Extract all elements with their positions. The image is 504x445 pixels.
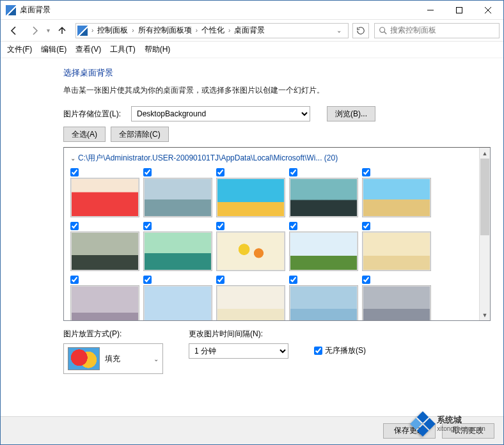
wallpaper-checkbox[interactable] bbox=[143, 222, 152, 230]
wallpaper-checkbox[interactable] bbox=[70, 222, 79, 230]
page-subtitle: 单击某一张图片使其成为你的桌面背景，或选择多张图片以创建一个幻灯片。 bbox=[63, 85, 491, 96]
minimize-button[interactable] bbox=[416, 1, 445, 19]
scroll-track[interactable] bbox=[480, 159, 490, 309]
collapse-icon[interactable]: ⌄ bbox=[70, 155, 75, 162]
wallpaper-checkbox[interactable] bbox=[216, 276, 224, 284]
wallpaper-thumbnail[interactable] bbox=[143, 285, 212, 321]
chevron-right-icon: › bbox=[194, 27, 199, 34]
wallpaper-image bbox=[290, 286, 357, 321]
crumb-control-panel[interactable]: 控制面板 bbox=[95, 25, 130, 36]
browse-button[interactable]: 浏览(B)... bbox=[327, 106, 375, 121]
breadcrumb[interactable]: › 控制面板 › 所有控制面板项 › 个性化 › 桌面背景 ⌄ bbox=[75, 23, 349, 38]
wallpaper-item[interactable] bbox=[289, 275, 359, 321]
image-gallery: ⌄ C:\用户\Administrator.USER-20090101TJ\Ap… bbox=[63, 147, 491, 321]
wallpaper-thumbnail[interactable] bbox=[216, 231, 285, 271]
wallpaper-checkbox[interactable] bbox=[143, 276, 152, 284]
search-input[interactable]: 搜索控制面板 bbox=[374, 23, 500, 38]
wallpaper-thumbnail[interactable] bbox=[143, 231, 212, 271]
chevron-down-icon: ⌄ bbox=[154, 355, 159, 363]
wallpaper-checkbox[interactable] bbox=[143, 168, 152, 176]
scroll-down-icon[interactable]: ▼ bbox=[480, 309, 490, 320]
wallpaper-checkbox[interactable] bbox=[216, 222, 224, 230]
history-dropdown-icon[interactable]: ▾ bbox=[45, 27, 51, 34]
menu-edit[interactable]: 编辑(E) bbox=[41, 44, 67, 55]
wallpaper-item[interactable] bbox=[362, 168, 432, 217]
chevron-right-icon: › bbox=[90, 27, 95, 34]
position-preview-icon bbox=[68, 347, 100, 370]
wallpaper-item[interactable] bbox=[70, 221, 141, 271]
scroll-thumb[interactable] bbox=[480, 159, 489, 235]
maximize-button[interactable] bbox=[445, 1, 473, 19]
wallpaper-checkbox[interactable] bbox=[362, 276, 370, 284]
page-title: 选择桌面背景 bbox=[63, 67, 491, 79]
wallpaper-checkbox[interactable] bbox=[70, 276, 79, 284]
wallpaper-item[interactable] bbox=[216, 221, 287, 271]
scroll-up-icon[interactable]: ▲ bbox=[480, 148, 490, 159]
wallpaper-item[interactable] bbox=[216, 275, 287, 321]
svg-point-1 bbox=[380, 27, 385, 32]
forward-button[interactable] bbox=[25, 22, 44, 40]
wallpaper-thumbnail[interactable] bbox=[70, 285, 139, 321]
wallpaper-thumbnail[interactable] bbox=[362, 285, 431, 321]
position-select[interactable]: 填充 ⌄ bbox=[63, 343, 163, 374]
close-button[interactable] bbox=[473, 1, 502, 19]
wallpaper-checkbox[interactable] bbox=[362, 222, 370, 230]
cancel-button[interactable]: 取消更改 bbox=[442, 423, 494, 439]
wallpaper-item[interactable] bbox=[70, 168, 141, 217]
breadcrumb-dropdown-icon[interactable]: ⌄ bbox=[331, 27, 347, 34]
wallpaper-item[interactable] bbox=[289, 168, 359, 217]
up-button[interactable] bbox=[52, 22, 72, 40]
menu-tools[interactable]: 工具(T) bbox=[110, 44, 135, 55]
select-all-button[interactable]: 全选(A) bbox=[63, 127, 106, 142]
crumb-all-items[interactable]: 所有控制面板项 bbox=[136, 25, 194, 36]
wallpaper-thumbnail[interactable] bbox=[143, 178, 212, 217]
save-button[interactable]: 保存更改 bbox=[383, 423, 436, 439]
wallpaper-image bbox=[363, 286, 430, 321]
search-icon bbox=[379, 26, 388, 35]
wallpaper-image bbox=[363, 233, 430, 270]
wallpaper-image bbox=[145, 286, 211, 321]
wallpaper-item[interactable] bbox=[362, 275, 432, 321]
crumb-personalization[interactable]: 个性化 bbox=[199, 25, 227, 36]
back-button[interactable] bbox=[4, 22, 24, 40]
wallpaper-checkbox[interactable] bbox=[289, 222, 297, 230]
wallpaper-checkbox[interactable] bbox=[362, 168, 370, 176]
wallpaper-thumbnail[interactable] bbox=[289, 285, 358, 321]
location-select[interactable]: DesktopBackground bbox=[131, 106, 310, 121]
clear-all-button[interactable]: 全部清除(C) bbox=[111, 127, 169, 142]
menu-view[interactable]: 查看(V) bbox=[75, 44, 101, 55]
wallpaper-item[interactable] bbox=[70, 275, 141, 321]
wallpaper-thumbnail[interactable] bbox=[216, 178, 285, 217]
wallpaper-item[interactable] bbox=[289, 221, 359, 271]
interval-select[interactable]: 1 分钟 bbox=[189, 343, 288, 359]
wallpaper-checkbox[interactable] bbox=[216, 168, 224, 176]
shuffle-checkbox[interactable] bbox=[314, 347, 322, 355]
wallpaper-thumbnail[interactable] bbox=[70, 178, 139, 217]
menu-help[interactable]: 帮助(H) bbox=[145, 44, 171, 55]
wallpaper-checkbox[interactable] bbox=[70, 168, 79, 176]
wallpaper-thumbnail[interactable] bbox=[289, 178, 358, 217]
crumb-desktop-background[interactable]: 桌面背景 bbox=[232, 25, 267, 36]
wallpaper-image bbox=[363, 179, 430, 216]
scrollbar[interactable]: ▲ ▼ bbox=[479, 148, 490, 320]
wallpaper-checkbox[interactable] bbox=[289, 168, 297, 176]
svg-rect-0 bbox=[456, 7, 462, 13]
wallpaper-image bbox=[72, 179, 138, 216]
menu-file[interactable]: 文件(F) bbox=[7, 44, 32, 55]
wallpaper-image bbox=[72, 233, 138, 270]
folder-header[interactable]: ⌄ C:\用户\Administrator.USER-20090101TJ\Ap… bbox=[70, 153, 484, 164]
wallpaper-thumbnail[interactable] bbox=[289, 231, 358, 271]
wallpaper-item[interactable] bbox=[143, 168, 214, 217]
wallpaper-thumbnail[interactable] bbox=[362, 178, 431, 217]
wallpaper-item[interactable] bbox=[362, 221, 432, 271]
wallpaper-item[interactable] bbox=[216, 168, 287, 217]
wallpaper-item[interactable] bbox=[143, 221, 214, 271]
wallpaper-thumbnail[interactable] bbox=[362, 231, 431, 271]
wallpaper-item[interactable] bbox=[143, 275, 214, 321]
wallpaper-thumbnail[interactable] bbox=[216, 285, 285, 321]
refresh-button[interactable] bbox=[352, 23, 369, 38]
wallpaper-checkbox[interactable] bbox=[289, 276, 297, 284]
interval-label: 更改图片时间间隔(N): bbox=[189, 329, 288, 340]
content-area: 选择桌面背景 单击某一张图片使其成为你的桌面背景，或选择多张图片以创建一个幻灯片… bbox=[1, 58, 503, 416]
wallpaper-thumbnail[interactable] bbox=[70, 231, 139, 271]
